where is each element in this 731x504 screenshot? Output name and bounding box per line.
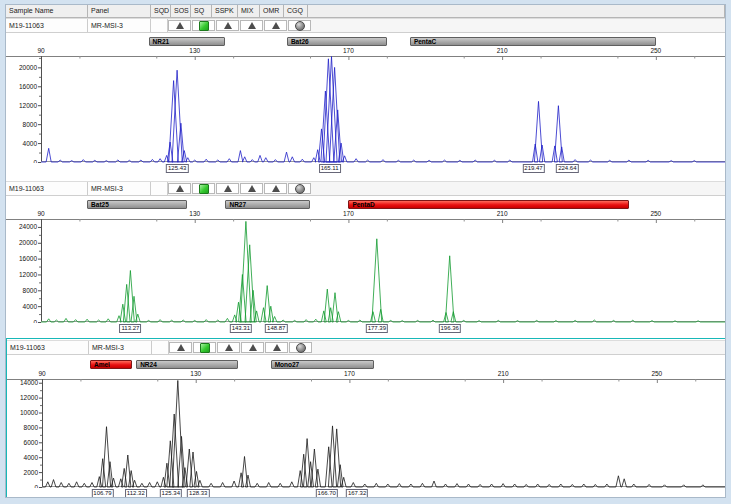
y-axis-tick-label: 8000 bbox=[23, 287, 38, 294]
electropherogram-trace bbox=[41, 221, 725, 322]
peak-size-label[interactable]: 167.32 bbox=[346, 489, 368, 498]
omr-flag-cell[interactable] bbox=[264, 20, 287, 31]
peak-size-label[interactable]: 177.39 bbox=[366, 324, 388, 333]
mix-flag-cell[interactable] bbox=[240, 20, 263, 31]
electropherogram-plot-2[interactable]: 04000800012000160002000024000 bbox=[6, 219, 726, 323]
peak-size-label[interactable]: 143.31 bbox=[230, 324, 252, 333]
x-axis-tick-label: 250 bbox=[644, 210, 668, 217]
y-axis-tick-label: 8000 bbox=[23, 121, 38, 128]
sample-name-cell[interactable]: M19-11063 bbox=[6, 182, 88, 195]
electropherogram-plot-1[interactable]: 040008000120001600020000 bbox=[6, 56, 726, 163]
quality-circle-icon bbox=[295, 184, 305, 194]
x-axis-tick-label: 130 bbox=[183, 47, 207, 54]
electropherogram-trace bbox=[42, 381, 726, 488]
peak-size-label[interactable]: 106.79 bbox=[91, 489, 113, 498]
x-axis-tick-label: 90 bbox=[29, 47, 53, 54]
y-axis-tick-label: 0 bbox=[33, 319, 37, 324]
omr-flag-cell[interactable] bbox=[265, 342, 288, 353]
panel-cell[interactable]: MR-MSI-3 bbox=[89, 341, 152, 354]
x-axis-tick-label: 170 bbox=[336, 210, 360, 217]
x-axis-tick-label: 170 bbox=[336, 47, 360, 54]
header-col-sample-name[interactable]: Sample Name bbox=[6, 5, 88, 17]
mix-flag-cell[interactable] bbox=[240, 183, 263, 194]
peak-size-label[interactable]: 113.27 bbox=[119, 324, 141, 333]
header-col-omr[interactable]: OMR bbox=[260, 5, 284, 17]
flag-spacer-cell bbox=[151, 182, 168, 195]
sq-flag-cell[interactable] bbox=[193, 342, 216, 353]
sspk-flag-cell[interactable] bbox=[216, 20, 239, 31]
sample-name-cell[interactable]: M19-11063 bbox=[7, 341, 89, 354]
header-col-panel[interactable]: Panel bbox=[88, 5, 151, 17]
panel-cell[interactable]: MR-MSI-3 bbox=[88, 182, 151, 195]
header-col-sqd[interactable]: SQD bbox=[151, 5, 171, 17]
y-axis-tick-label: 12000 bbox=[20, 394, 38, 401]
peak-size-label[interactable]: 166.70 bbox=[316, 489, 338, 498]
sample-row[interactable]: M19-11063MR-MSI-3 bbox=[7, 340, 726, 355]
sq-flag-cell[interactable] bbox=[192, 20, 215, 31]
warning-triangle-icon bbox=[224, 185, 232, 192]
sq-flag-cell[interactable] bbox=[192, 183, 215, 194]
peak-size-label[interactable]: 125.43 bbox=[166, 164, 188, 173]
sample-row[interactable]: M19-11063MR-MSI-3 bbox=[6, 18, 726, 33]
marker-bar-pentac[interactable]: PentaC bbox=[410, 37, 656, 46]
y-axis-tick-label: 12000 bbox=[19, 102, 37, 109]
mix-flag-cell[interactable] bbox=[241, 342, 264, 353]
header-col-mix[interactable]: MIX bbox=[238, 5, 260, 17]
y-axis-tick-label: 4000 bbox=[23, 303, 38, 310]
peak-size-label[interactable]: 196.36 bbox=[439, 324, 461, 333]
peak-size-label[interactable]: 165.11 bbox=[319, 164, 341, 173]
cgq-flag-cell[interactable] bbox=[288, 183, 311, 194]
pass-green-square-icon bbox=[200, 343, 210, 353]
marker-bar-bat25[interactable]: Bat25 bbox=[87, 200, 187, 209]
warning-triangle-icon bbox=[248, 185, 256, 192]
warning-triangle-icon bbox=[248, 22, 256, 29]
quality-circle-icon bbox=[295, 21, 305, 31]
electropherogram-plot-3[interactable]: 02000400060008000100001200014000 bbox=[7, 379, 726, 488]
sspk-flag-cell[interactable] bbox=[216, 183, 239, 194]
marker-bar-mono27[interactable]: Mono27 bbox=[271, 360, 375, 369]
x-axis-tick-label: 250 bbox=[644, 47, 668, 54]
x-axis-tick-label: 210 bbox=[491, 370, 515, 377]
omr-flag-cell[interactable] bbox=[264, 183, 287, 194]
y-axis-tick-label: 20000 bbox=[19, 239, 37, 246]
sos-flag-cell[interactable] bbox=[168, 183, 191, 194]
marker-bar-pentad[interactable]: PentaD bbox=[348, 200, 629, 209]
sos-flag-cell[interactable] bbox=[168, 20, 191, 31]
header-col-sos[interactable]: SOS bbox=[171, 5, 191, 17]
marker-bar-amel[interactable]: Amel bbox=[90, 360, 132, 369]
x-axis-tick-label: 90 bbox=[29, 210, 53, 217]
marker-bar-nr24[interactable]: NR24 bbox=[136, 360, 238, 369]
pass-green-square-icon bbox=[199, 184, 209, 194]
peak-size-label[interactable]: 219.47 bbox=[522, 164, 544, 173]
panel-cell[interactable]: MR-MSI-3 bbox=[88, 19, 151, 32]
x-axis-tick-label: 90 bbox=[30, 370, 54, 377]
marker-bar-nr21[interactable]: NR21 bbox=[149, 37, 226, 46]
peak-size-label[interactable]: 125.34 bbox=[160, 489, 182, 498]
header-col-sq[interactable]: SQ bbox=[191, 5, 212, 17]
strip-filler bbox=[312, 182, 726, 195]
x-axis-tick-label: 210 bbox=[490, 210, 514, 217]
sample-row[interactable]: M19-11063MR-MSI-3 bbox=[6, 181, 726, 196]
y-axis-tick-label: 24000 bbox=[19, 223, 37, 230]
peak-size-label[interactable]: 224.64 bbox=[556, 164, 578, 173]
header-col-sspk[interactable]: SSPK bbox=[212, 5, 238, 17]
x-axis-tick-label: 210 bbox=[490, 47, 514, 54]
peak-size-label[interactable]: 128.33 bbox=[187, 489, 209, 498]
sos-flag-cell[interactable] bbox=[169, 342, 192, 353]
header-col-cgq[interactable]: CGQ bbox=[284, 5, 308, 17]
peak-size-label[interactable]: 148.87 bbox=[265, 324, 287, 333]
y-axis-tick-label: 10000 bbox=[20, 409, 38, 416]
table-header-row: Sample NamePanelSQDSOSSQSSPKMIXOMRCGQ bbox=[6, 5, 725, 18]
cgq-flag-cell[interactable] bbox=[288, 20, 311, 31]
sspk-flag-cell[interactable] bbox=[217, 342, 240, 353]
warning-triangle-icon bbox=[177, 344, 185, 351]
peak-size-label[interactable]: 112.32 bbox=[125, 489, 147, 498]
y-axis-tick-label: 0 bbox=[33, 159, 37, 164]
y-axis-tick-label: 2000 bbox=[24, 469, 39, 476]
sample-name-cell[interactable]: M19-11063 bbox=[6, 19, 88, 32]
marker-bar-bat26[interactable]: Bat26 bbox=[287, 37, 387, 46]
y-axis-tick-label: 4000 bbox=[23, 140, 38, 147]
flag-spacer-cell bbox=[151, 19, 168, 32]
cgq-flag-cell[interactable] bbox=[289, 342, 312, 353]
marker-bar-nr27[interactable]: NR27 bbox=[225, 200, 310, 209]
